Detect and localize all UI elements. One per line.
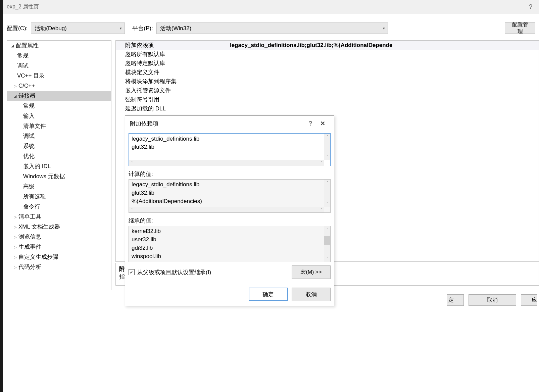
tree-label: Windows 元数据 [23, 172, 65, 181]
prop-label: 附加依赖项 [116, 41, 230, 50]
tree-label: 自定义生成步骤 [18, 253, 58, 261]
prop-label: 嵌入托管资源文件 [116, 86, 230, 95]
tree-node-linker[interactable]: ◢ 链接器 [7, 91, 111, 101]
scroll-down-icon[interactable]: ˅ [324, 256, 330, 262]
left-gutter [0, 0, 3, 392]
tree-node[interactable]: ▷XML 文档生成器 [7, 222, 111, 232]
vertical-scrollbar[interactable]: ˄ ˅ [324, 226, 330, 262]
scroll-right-icon[interactable]: ˃ [318, 207, 324, 213]
config-manager-button[interactable]: 配置管理 [505, 22, 535, 34]
tree-node[interactable]: 输入 [7, 111, 111, 121]
close-icon[interactable]: ✕ [316, 120, 329, 127]
tree-label: 调试 [23, 132, 35, 141]
scroll-up-icon[interactable]: ˄ [324, 134, 330, 140]
tree-node[interactable]: 高级 [7, 182, 111, 192]
prop-value [230, 59, 539, 68]
tree-label: 清单文件 [23, 122, 46, 131]
tree-node-cpp[interactable]: ▷ C/C++ [7, 81, 111, 91]
tree-node[interactable]: Windows 元数据 [7, 172, 111, 182]
prop-row[interactable]: 附加依赖项 legacy_stdio_definitions.lib;glut3… [116, 41, 539, 50]
computed-label: 计算的值: [129, 170, 331, 178]
deps-edit-textarea[interactable]: legacy_stdio_definitions.lib glut32.lib … [129, 133, 331, 166]
tree-panel[interactable]: ◢ 配置属性 常规 调试 VC++ 目录 ▷ C/C++ ◢ 链接器 常规 输入… [7, 40, 111, 290]
tree-node[interactable]: 常规 [7, 101, 111, 111]
tree-label: 代码分析 [18, 263, 41, 272]
prop-row[interactable]: 强制符号引用 [116, 95, 539, 104]
tree-node[interactable]: 调试 [7, 131, 111, 141]
help-icon[interactable]: ? [305, 120, 316, 127]
tree-node[interactable]: 所有选项 [7, 192, 111, 202]
tree-label: 系统 [23, 142, 35, 151]
prop-label: 将模块添加到程序集 [116, 77, 230, 86]
ok-button[interactable]: 定 [447, 294, 464, 306]
tree-node[interactable]: 清单文件 [7, 121, 111, 131]
additional-deps-dialog: 附加依赖项 ? ✕ legacy_stdio_definitions.lib g… [125, 115, 334, 306]
macros-button[interactable]: 宏(M) >> [292, 265, 331, 279]
list-item: user32.lib [132, 235, 328, 244]
dialog-ok-button[interactable]: 确定 [249, 288, 288, 301]
prop-row[interactable]: 将模块添加到程序集 [116, 77, 539, 86]
tree-label: 常规 [23, 102, 35, 110]
tree-label: 生成事件 [18, 243, 41, 251]
tree-label: XML 文档生成器 [18, 223, 60, 231]
inherited-values-list: kernel32.lib user32.lib gdi32.lib winspo… [129, 226, 331, 262]
tree-node[interactable]: 命令行 [7, 202, 111, 212]
scroll-down-icon[interactable]: ˅ [324, 201, 330, 207]
chevron-down-icon: ▾ [120, 26, 122, 31]
prop-value [230, 86, 539, 95]
tree-node[interactable]: 系统 [7, 141, 111, 151]
horizontal-scrollbar[interactable]: ˂ ˃ [129, 160, 324, 166]
tree-label: 所有选项 [23, 192, 46, 201]
prop-row[interactable]: 忽略所有默认库 [116, 50, 539, 59]
scrollbar-thumb[interactable] [324, 236, 330, 245]
computed-values-list: legacy_stdio_definitions.lib glut32.lib … [129, 179, 331, 213]
vertical-scrollbar[interactable]: ˄ ˅ [324, 180, 330, 207]
prop-row[interactable]: 延迟加载的 DLL [116, 104, 539, 113]
chevron-right-icon: ▷ [14, 212, 18, 221]
prop-row[interactable]: 模块定义文件 [116, 68, 539, 77]
tree-node[interactable]: 嵌入的 IDL [7, 161, 111, 172]
config-label: 配置(C): [7, 24, 28, 32]
tree-label: 链接器 [18, 92, 36, 100]
chevron-right-icon: ▷ [14, 263, 18, 272]
prop-label: 忽略特定默认库 [116, 59, 230, 68]
prop-value [230, 95, 539, 104]
tree-node[interactable]: ▷代码分析 [7, 262, 111, 272]
cancel-button[interactable]: 取消 [469, 294, 516, 306]
tree-node[interactable]: 调试 [7, 61, 111, 71]
apply-button[interactable]: 应 [521, 294, 537, 306]
tree-node[interactable]: ▷浏览信息 [7, 232, 111, 242]
chevron-right-icon: ▷ [14, 223, 18, 231]
scroll-right-icon[interactable]: ˃ [318, 160, 324, 166]
tree-node[interactable]: 优化 [7, 151, 111, 161]
prop-row[interactable]: 嵌入托管资源文件 [116, 86, 539, 95]
list-item: gdi32.lib [132, 244, 328, 252]
scroll-left-icon[interactable]: ˂ [129, 160, 135, 166]
prop-value [230, 104, 539, 113]
prop-row[interactable]: 忽略特定默认库 [116, 59, 539, 68]
vertical-scrollbar[interactable]: ˄ ˅ [324, 134, 330, 160]
dialog-cancel-button[interactable]: 取消 [292, 288, 331, 301]
scroll-up-icon[interactable]: ˄ [324, 180, 330, 186]
tree-label: C/C++ [18, 82, 35, 90]
tree-node[interactable]: VC++ 目录 [7, 71, 111, 81]
scroll-up-icon[interactable]: ˄ [324, 226, 330, 232]
platform-dropdown[interactable]: 活动(Win32) ▾ [156, 22, 388, 34]
tree-node[interactable]: ▷清单工具 [7, 212, 111, 222]
scroll-down-icon[interactable]: ˅ [324, 154, 330, 160]
chevron-down-icon: ◢ [11, 41, 16, 50]
tree-node-root[interactable]: ◢ 配置属性 [7, 41, 111, 51]
chevron-down-icon: ▾ [383, 26, 385, 31]
tree-node[interactable]: ▷生成事件 [7, 242, 111, 252]
tree-node[interactable]: 常规 [7, 51, 111, 61]
tree-label: 输入 [23, 112, 35, 120]
list-item: %(AdditionalDependencies) [132, 197, 328, 205]
config-dropdown[interactable]: 活动(Debug) ▾ [31, 22, 125, 34]
scroll-left-icon[interactable]: ˂ [129, 207, 135, 213]
horizontal-scrollbar[interactable]: ˂ ˃ [129, 207, 324, 212]
chevron-right-icon: ▷ [14, 243, 18, 251]
inherit-checkbox[interactable]: ✓ [129, 269, 135, 275]
help-icon[interactable]: ? [526, 3, 535, 10]
tree-node[interactable]: ▷自定义生成步骤 [7, 252, 111, 262]
edit-line: glut32.lib [132, 143, 328, 151]
